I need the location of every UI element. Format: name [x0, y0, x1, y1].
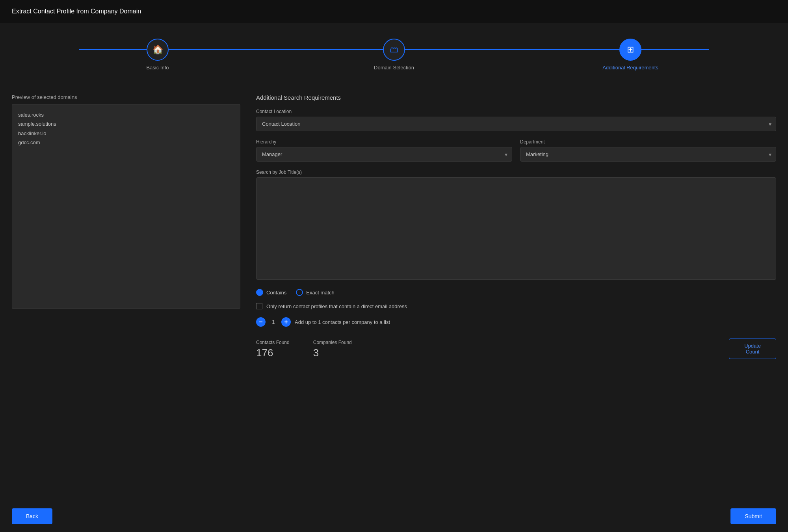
header: Extract Contact Profile from Company Dom… — [0, 0, 788, 23]
counter-decrement-button[interactable]: − — [256, 317, 266, 327]
stats-row: Contacts Found 176 Companies Found 3 Upd… — [256, 339, 776, 359]
domain-item-3: backlinker.io — [18, 129, 234, 138]
counter-value: 1 — [269, 319, 277, 325]
right-panel: Additional Search Requirements Contact L… — [256, 94, 776, 367]
domains-box: sales.rocks sample.solutions backlinker.… — [12, 104, 240, 309]
hierarchy-label: Hierarchy — [256, 139, 512, 145]
direct-email-label: Only return contact profiles that contai… — [266, 303, 407, 309]
domain-item-4: gdcc.com — [18, 138, 234, 147]
hierarchy-select[interactable]: Manager Director VP C-Level Individual C… — [256, 147, 512, 162]
contains-radio-dot — [256, 289, 263, 296]
contact-location-group: Contact Location Contact Location — [256, 109, 776, 131]
step-label-basic-info: Basic Info — [146, 65, 169, 71]
contains-radio-option[interactable]: Contains — [256, 289, 286, 296]
job-title-group: Search by Job Title(s) — [256, 169, 776, 281]
domain-item-2: sample.solutions — [18, 119, 234, 128]
contact-location-select[interactable]: Contact Location — [256, 117, 776, 131]
contact-location-select-wrapper[interactable]: Contact Location — [256, 117, 776, 131]
counter-increment-button[interactable]: + — [281, 317, 291, 327]
step-basic-info: 🏠 Basic Info — [39, 39, 276, 71]
match-type-group: Contains Exact match — [256, 289, 776, 296]
step-domain-selection: 🗃 Domain Selection — [276, 39, 512, 71]
direct-email-checkbox[interactable] — [256, 303, 262, 309]
stepper: 🏠 Basic Info 🗃 Domain Selection ⊞ Additi… — [0, 23, 788, 82]
contains-radio-label: Contains — [266, 290, 286, 296]
job-title-textarea[interactable] — [256, 177, 776, 280]
page-title: Extract Contact Profile from Company Dom… — [12, 8, 141, 15]
left-panel: Preview of selected domains sales.rocks … — [12, 94, 240, 367]
companies-found-value: 3 — [313, 347, 352, 359]
department-select[interactable]: Marketing Sales Engineering HR Finance — [520, 147, 776, 162]
preview-label: Preview of selected domains — [12, 94, 240, 100]
contacts-found-label: Contacts Found — [256, 340, 290, 345]
submit-button[interactable]: Submit — [730, 508, 776, 524]
domain-item-1: sales.rocks — [18, 110, 234, 119]
update-count-button[interactable]: UpdateCount — [729, 339, 776, 359]
contacts-found-value: 176 — [256, 347, 290, 359]
step-label-domain-selection: Domain Selection — [374, 65, 414, 71]
department-group: Department Marketing Sales Engineering H… — [520, 139, 776, 162]
job-title-label: Search by Job Title(s) — [256, 169, 776, 175]
contacts-found-stat: Contacts Found 176 — [256, 340, 290, 359]
step-circle-basic-info: 🏠 — [147, 39, 169, 61]
main-content: Preview of selected domains sales.rocks … — [0, 82, 788, 379]
back-button[interactable]: Back — [12, 508, 52, 524]
step-label-additional-requirements: Additional Requirements — [602, 65, 658, 71]
footer: Back Submit — [0, 500, 788, 532]
step-circle-domain-selection: 🗃 — [383, 39, 405, 61]
counter-text: Add up to 1 contacts per company to a li… — [295, 319, 390, 325]
companies-found-label: Companies Found — [313, 340, 352, 345]
department-label: Department — [520, 139, 776, 145]
exact-match-radio-dot — [296, 289, 303, 296]
counter-row: − 1 + Add up to 1 contacts per company t… — [256, 317, 776, 327]
hierarchy-group: Hierarchy Manager Director VP C-Level In… — [256, 139, 512, 162]
step-circle-additional-requirements: ⊞ — [619, 39, 641, 61]
exact-match-radio-label: Exact match — [306, 290, 335, 296]
exact-match-radio-option[interactable]: Exact match — [296, 289, 335, 296]
step-additional-requirements: ⊞ Additional Requirements — [512, 39, 749, 71]
companies-found-stat: Companies Found 3 — [313, 340, 352, 359]
direct-email-row: Only return contact profiles that contai… — [256, 303, 776, 309]
hierarchy-department-row: Hierarchy Manager Director VP C-Level In… — [256, 139, 776, 162]
hierarchy-select-wrapper[interactable]: Manager Director VP C-Level Individual C… — [256, 147, 512, 162]
department-select-wrapper[interactable]: Marketing Sales Engineering HR Finance — [520, 147, 776, 162]
contact-location-label: Contact Location — [256, 109, 776, 114]
section-title: Additional Search Requirements — [256, 94, 776, 101]
